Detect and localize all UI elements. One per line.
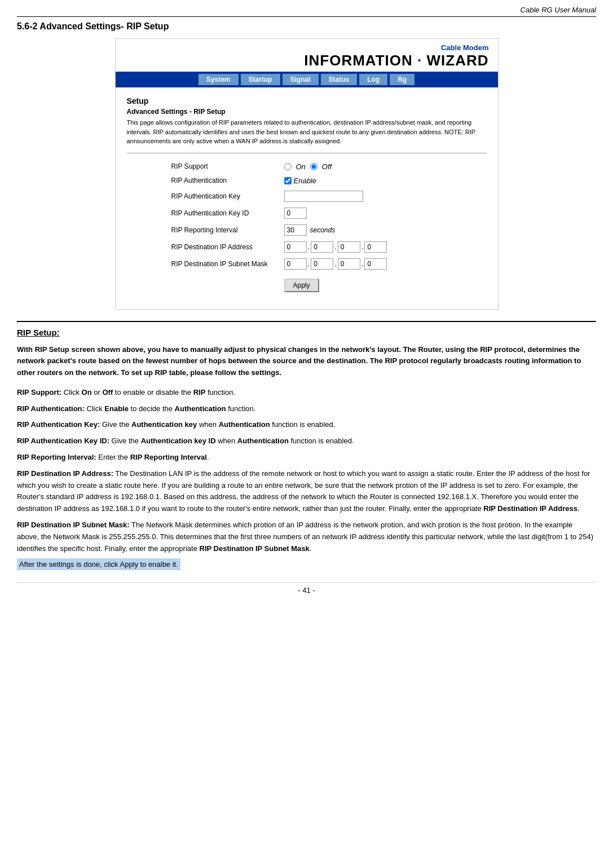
page-number: - 41 - bbox=[298, 586, 315, 594]
rip-intro: With RIP Setup screen shown above, you h… bbox=[17, 344, 596, 379]
nav-system[interactable]: System bbox=[198, 73, 239, 86]
rip-auth-desc: RIP Authentication: Click Enable to deci… bbox=[17, 403, 596, 415]
rip-dest-mask-3[interactable] bbox=[364, 258, 387, 270]
apply-row: Apply bbox=[171, 275, 442, 292]
rip-auth-label: RIP Authentication bbox=[171, 177, 284, 184]
rip-dest-mask-0[interactable] bbox=[284, 258, 307, 270]
rip-auth-key-control bbox=[284, 191, 363, 202]
footer-highlight: After the settings is done, click Apply … bbox=[17, 558, 180, 570]
rip-auth-row: RIP Authentication Enable bbox=[171, 177, 442, 185]
rip-dest-mask-desc: RIP Destination IP Subnet Mask: The Netw… bbox=[17, 519, 596, 554]
rip-reporting-input[interactable] bbox=[284, 224, 307, 236]
rip-auth-key-id-row: RIP Authentication Key ID bbox=[171, 208, 442, 219]
rip-support-term: RIP Support: bbox=[17, 388, 61, 396]
setup-label: Setup bbox=[127, 96, 487, 105]
nav-status[interactable]: Status bbox=[320, 73, 358, 86]
rip-auth-key-label: RIP Authentication Key bbox=[171, 192, 284, 200]
rip-auth-key-id-desc: RIP Authentication Key ID: Give the Auth… bbox=[17, 435, 596, 447]
rip-dest-ip-3[interactable] bbox=[364, 241, 387, 253]
rip-auth-key-desc-text: Give the Authentication key when Authent… bbox=[102, 420, 335, 429]
rip-support-desc-text: Click On or Off to enable or disable the… bbox=[64, 388, 235, 396]
rip-auth-key-desc: RIP Authentication Key: Give the Authent… bbox=[17, 419, 596, 431]
rip-support-on-label: On bbox=[296, 162, 306, 171]
rip-auth-enable-label: Enable bbox=[294, 177, 316, 185]
manual-title: Cable RG User Manual bbox=[521, 6, 596, 14]
rip-auth-control: Enable bbox=[284, 177, 316, 185]
nav-log[interactable]: Log bbox=[359, 73, 388, 86]
cable-modem-brand: Cable Modem bbox=[125, 43, 489, 52]
rip-setup-heading: RIP Setup: bbox=[17, 328, 596, 337]
title-dot: · bbox=[417, 52, 422, 69]
apply-button[interactable]: Apply bbox=[284, 279, 319, 292]
apply-control: Apply bbox=[284, 275, 319, 292]
rip-auth-key-input[interactable] bbox=[284, 191, 363, 202]
rip-support-label: RIP Support bbox=[171, 162, 284, 170]
info-title-part2: WIZARD bbox=[427, 52, 489, 69]
rip-dest-ip-1[interactable] bbox=[311, 241, 333, 253]
rip-support-row: RIP Support On Off bbox=[171, 162, 442, 171]
nav-signal[interactable]: Signal bbox=[282, 73, 319, 86]
rip-support-desc: RIP Support: Click On or Off to enable o… bbox=[17, 387, 596, 399]
rip-auth-checkbox[interactable] bbox=[284, 177, 292, 184]
modem-body: Setup Advanced Settings - RIP Setup This… bbox=[116, 87, 498, 309]
rip-dest-ip-label: RIP Destination IP Address bbox=[171, 243, 284, 251]
rip-support-on-radio[interactable] bbox=[284, 163, 292, 170]
rip-reporting-control: seconds bbox=[284, 224, 336, 236]
info-wizard-title: INFORMATION · WIZARD bbox=[125, 52, 489, 69]
form-divider bbox=[127, 153, 487, 153]
rip-reporting-label: RIP Reporting Interval bbox=[171, 226, 284, 234]
info-title-part1: INFORMATION bbox=[304, 52, 413, 69]
setup-description: This page allows configuration of RIP pa… bbox=[127, 118, 487, 146]
rip-auth-term: RIP Authentication: bbox=[17, 404, 85, 413]
adv-settings-title: Advanced Settings - RIP Setup bbox=[127, 108, 487, 116]
rip-support-off-label: Off bbox=[322, 162, 332, 171]
rip-auth-key-term: RIP Authentication Key: bbox=[17, 420, 100, 429]
rip-dest-mask-control: . . . bbox=[284, 258, 387, 270]
nav-startup[interactable]: Startup bbox=[240, 73, 281, 86]
rip-dest-ip-0[interactable] bbox=[284, 241, 307, 253]
modem-nav: System Startup Signal Status Log Rg bbox=[116, 72, 498, 87]
rip-dest-ip-2[interactable] bbox=[338, 241, 360, 253]
rip-reporting-unit: seconds bbox=[310, 226, 336, 234]
footer-highlight-para: After the settings is done, click Apply … bbox=[17, 559, 596, 571]
rip-dest-mask-label: RIP Destination IP Subnet Mask bbox=[171, 260, 284, 268]
modem-header: Cable Modem INFORMATION · WIZARD bbox=[116, 39, 498, 72]
rip-dest-mask-row: RIP Destination IP Subnet Mask . . . bbox=[171, 258, 442, 270]
rip-dest-ip-control: . . . bbox=[284, 241, 387, 253]
rip-dest-ip-term: RIP Destination IP Address: bbox=[17, 469, 113, 478]
page-header: Cable RG User Manual bbox=[17, 6, 596, 17]
rip-reporting-row: RIP Reporting Interval seconds bbox=[171, 224, 442, 236]
rip-auth-key-id-term: RIP Authentication Key ID: bbox=[17, 437, 109, 445]
modem-ui: Cable Modem INFORMATION · WIZARD System … bbox=[115, 38, 499, 310]
rip-dest-ip-desc: RIP Destination IP Address: The Destinat… bbox=[17, 468, 596, 515]
rip-dest-mask-2[interactable] bbox=[338, 258, 360, 270]
rip-auth-key-row: RIP Authentication Key bbox=[171, 191, 442, 202]
rip-dest-ip-row: RIP Destination IP Address . . . bbox=[171, 241, 442, 253]
rip-dest-mask-1[interactable] bbox=[311, 258, 333, 270]
rip-dest-mask-term: RIP Destination IP Subnet Mask: bbox=[17, 521, 130, 529]
rip-auth-key-id-control bbox=[284, 208, 307, 219]
section-divider bbox=[17, 321, 596, 322]
rip-reporting-term: RIP Reporting Interval: bbox=[17, 453, 96, 461]
rip-support-off-radio[interactable] bbox=[310, 163, 317, 170]
rip-reporting-desc-text: Enter the RIP Reporting Interval. bbox=[98, 453, 209, 461]
rip-auth-key-id-desc-text: Give the Authentication key ID when Auth… bbox=[112, 437, 354, 445]
section-heading: 5.6-2 Advanced Settings- RIP Setup bbox=[17, 21, 596, 32]
rip-auth-key-id-input[interactable] bbox=[284, 208, 307, 219]
rip-auth-desc-text: Click Enable to decide the Authenticatio… bbox=[87, 404, 256, 413]
rip-reporting-desc: RIP Reporting Interval: Enter the RIP Re… bbox=[17, 452, 596, 464]
page-footer: - 41 - bbox=[17, 582, 596, 594]
rip-form: RIP Support On Off RIP Authentication En… bbox=[171, 162, 442, 292]
rip-support-control: On Off bbox=[284, 162, 332, 171]
rip-auth-key-id-label: RIP Authentication Key ID bbox=[171, 209, 284, 217]
nav-rg[interactable]: Rg bbox=[389, 73, 415, 86]
